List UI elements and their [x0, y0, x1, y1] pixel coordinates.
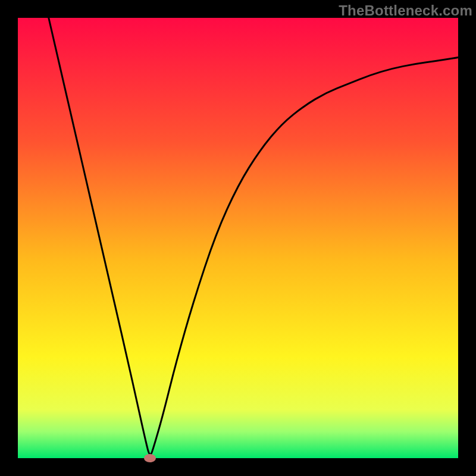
chart-svg — [0, 0, 476, 476]
min-marker — [144, 454, 156, 462]
chart-container: TheBottleneck.com — [0, 0, 476, 476]
watermark-text: TheBottleneck.com — [339, 2, 472, 19]
plot-background — [18, 18, 458, 458]
